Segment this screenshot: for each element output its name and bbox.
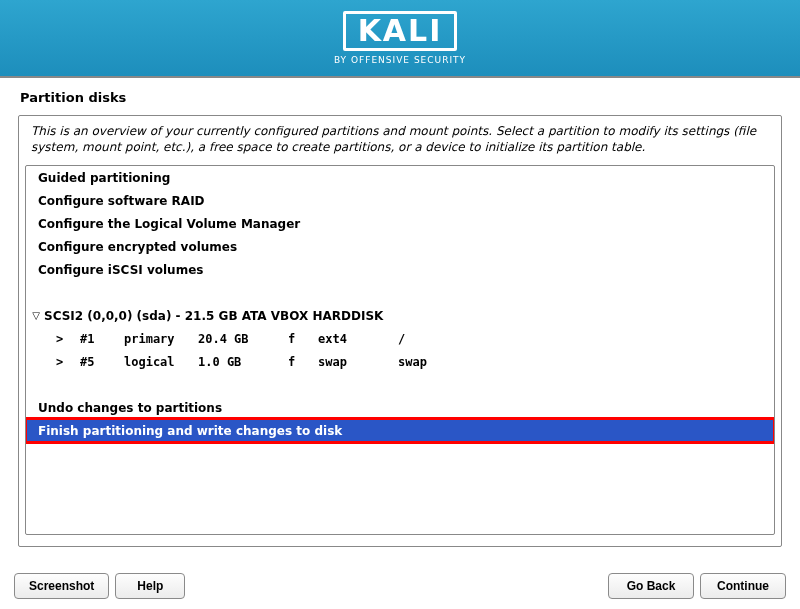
menu-finish-partitioning[interactable]: Finish partitioning and write changes to… xyxy=(26,419,774,442)
partition-fs: ext4 xyxy=(318,332,398,346)
logo-text: KALI xyxy=(358,16,443,46)
disk-label: SCSI2 (0,0,0) (sda) - 21.5 GB ATA VBOX H… xyxy=(44,309,383,323)
partition-mount: swap xyxy=(398,355,458,369)
disk-sda[interactable]: ▽ SCSI2 (0,0,0) (sda) - 21.5 GB ATA VBOX… xyxy=(26,304,774,327)
help-button[interactable]: Help xyxy=(115,573,185,599)
go-back-button[interactable]: Go Back xyxy=(608,573,694,599)
partition-row[interactable]: > #1 primary 20.4 GB f ext4 / xyxy=(26,327,774,350)
partition-indicator: > xyxy=(56,332,80,346)
partition-size: 1.0 GB xyxy=(198,355,288,369)
logo-tagline: BY OFFENSIVE SECURITY xyxy=(334,55,466,65)
footer-bar: Screenshot Help Go Back Continue xyxy=(14,573,786,599)
partition-mount: / xyxy=(398,332,458,346)
continue-button[interactable]: Continue xyxy=(700,573,786,599)
menu-configure-iscsi[interactable]: Configure iSCSI volumes xyxy=(26,258,774,281)
partition-indicator: > xyxy=(56,355,80,369)
menu-configure-raid[interactable]: Configure software RAID xyxy=(26,189,774,212)
partition-size: 20.4 GB xyxy=(198,332,288,346)
partition-flag: f xyxy=(288,332,318,346)
menu-undo-changes[interactable]: Undo changes to partitions xyxy=(26,396,774,419)
menu-guided-partitioning[interactable]: Guided partitioning xyxy=(26,166,774,189)
menu-configure-encrypted[interactable]: Configure encrypted volumes xyxy=(26,235,774,258)
partition-fs: swap xyxy=(318,355,398,369)
list-spacer xyxy=(26,281,774,304)
content-frame: This is an overview of your currently co… xyxy=(18,115,782,547)
description-text: This is an overview of your currently co… xyxy=(25,124,775,161)
screenshot-button[interactable]: Screenshot xyxy=(14,573,109,599)
chevron-down-icon: ▽ xyxy=(28,310,44,321)
partition-flag: f xyxy=(288,355,318,369)
header-banner: KALI BY OFFENSIVE SECURITY xyxy=(0,0,800,78)
partition-number: #5 xyxy=(80,355,124,369)
partition-list: Guided partitioning Configure software R… xyxy=(25,165,775,535)
partition-row[interactable]: > #5 logical 1.0 GB f swap swap xyxy=(26,350,774,373)
list-spacer xyxy=(26,373,774,396)
partition-type: primary xyxy=(124,332,198,346)
logo-box: KALI xyxy=(343,11,458,51)
partition-number: #1 xyxy=(80,332,124,346)
page-title: Partition disks xyxy=(0,78,800,115)
partition-type: logical xyxy=(124,355,198,369)
menu-configure-lvm[interactable]: Configure the Logical Volume Manager xyxy=(26,212,774,235)
